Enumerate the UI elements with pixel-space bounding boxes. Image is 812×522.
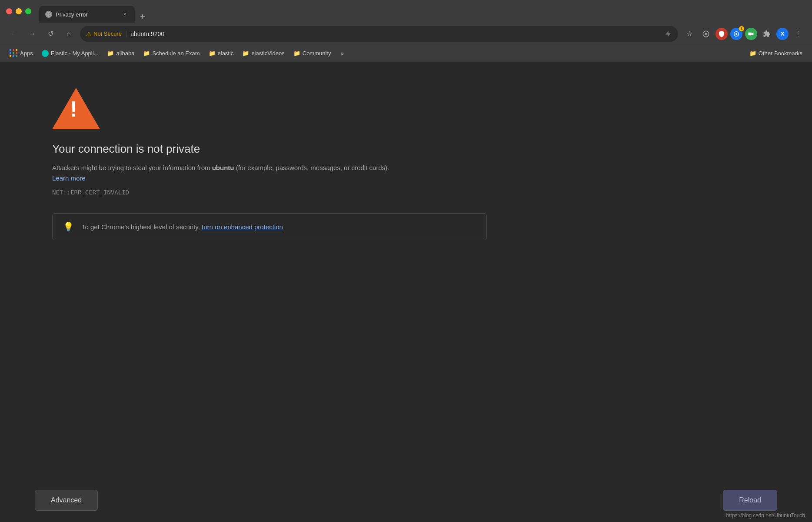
bookmark-community-label: Community — [303, 50, 331, 57]
new-tab-button[interactable]: + — [136, 10, 149, 23]
chrome-sync-icon[interactable] — [699, 27, 713, 41]
bookmark-alibaba-label: alibaba — [116, 50, 134, 57]
star-button[interactable]: ☆ — [682, 27, 696, 41]
forward-button[interactable]: → — [25, 27, 39, 41]
error-code: NET::ERR_CERT_INVALID — [52, 189, 760, 196]
bookmark-apps[interactable]: Apps — [6, 47, 37, 59]
titlebar: Privacy error × + — [0, 0, 812, 23]
folder-icon: 📁 — [749, 50, 756, 57]
error-title: Your connection is not private — [52, 142, 760, 156]
bookmark-elastic-label: Elastic - My Appli... — [51, 50, 99, 57]
error-desc-host: ubuntu — [212, 164, 234, 171]
folder-icon: 📁 — [242, 50, 249, 57]
main-content: Your connection is not private Attackers… — [0, 62, 812, 522]
cursor-icon — [664, 30, 672, 38]
lightbulb-icon: 💡 — [63, 221, 74, 232]
apps-grid-icon — [10, 49, 18, 57]
status-bar-url: https://blog.csdn.net/UbuntuTouch — [726, 512, 805, 519]
profile-button[interactable]: X — [776, 28, 789, 40]
svg-rect-7 — [748, 32, 752, 35]
reload-page-button[interactable]: Reload — [723, 490, 777, 511]
maximize-button[interactable] — [25, 8, 31, 14]
learn-more-link[interactable]: Learn more — [52, 174, 86, 182]
address-bar[interactable]: ⚠ Not Secure | ubuntu:9200 — [80, 26, 678, 42]
folder-icon: 📁 — [107, 50, 114, 57]
home-button[interactable]: ⌂ — [62, 27, 76, 41]
folder-icon: 📁 — [293, 50, 300, 57]
bookmark-elastic-videos[interactable]: 📁 elasticVideos — [239, 48, 288, 58]
nav-icons: ☆ 1 X ⋮ — [682, 27, 805, 41]
folder-icon: 📁 — [209, 50, 216, 57]
security-tip-prefix: To get Chrome's highest level of securit… — [82, 223, 202, 231]
bottom-bar: Advanced Reload — [0, 478, 812, 522]
more-menu-button[interactable]: ⋮ — [791, 27, 805, 41]
warning-triangle-icon — [52, 88, 100, 129]
bookmark-other-label: Other Bookmarks — [759, 50, 802, 57]
extensions-button[interactable] — [760, 27, 774, 41]
security-tip-text: To get Chrome's highest level of securit… — [82, 223, 283, 231]
bookmark-other[interactable]: 📁 Other Bookmarks — [746, 48, 806, 58]
close-button[interactable] — [6, 8, 12, 14]
profile-initial: X — [781, 30, 785, 37]
elastic-favicon — [42, 50, 49, 57]
bookmarks-bar: Apps Elastic - My Appli... 📁 alibaba 📁 S… — [0, 45, 812, 62]
url-divider: | — [125, 30, 127, 38]
reload-button[interactable]: ↺ — [43, 27, 57, 41]
bookmark-apps-label: Apps — [20, 50, 33, 57]
minimize-button[interactable] — [16, 8, 22, 14]
url-text: ubuntu:9200 — [130, 30, 661, 37]
bookmark-schedule-exam[interactable]: 📁 Schedule an Exam — [140, 48, 203, 58]
folder-icon: 📁 — [143, 50, 150, 57]
chrome-extension-icon[interactable]: 1 — [730, 28, 742, 40]
tab-favicon — [45, 11, 52, 18]
error-desc-prefix: Attackers might be trying to steal your … — [52, 164, 212, 171]
not-secure-label: Not Secure — [93, 30, 122, 37]
active-tab[interactable]: Privacy error × — [39, 6, 135, 23]
tab-title: Privacy error — [56, 11, 117, 18]
not-secure-indicator: ⚠ Not Secure — [86, 30, 122, 37]
bookmark-elastic[interactable]: Elastic - My Appli... — [38, 48, 102, 59]
svg-point-4 — [705, 33, 707, 35]
warning-icon: ⚠ — [86, 30, 92, 37]
traffic-lights — [6, 8, 31, 14]
enhanced-protection-link[interactable]: turn on enhanced protection — [202, 223, 283, 231]
back-button[interactable]: ← — [7, 27, 21, 41]
navbar: ← → ↺ ⌂ ⚠ Not Secure | ubuntu:9200 ☆ 1 X — [0, 23, 812, 45]
bookmark-elastic-videos-label: elasticVideos — [251, 50, 284, 57]
bookmark-alibaba[interactable]: 📁 alibaba — [103, 48, 138, 58]
bookmark-elastic-plain-label: elastic — [218, 50, 234, 57]
bookmark-schedule-exam-label: Schedule an Exam — [152, 50, 200, 57]
bookmarks-more-label: » — [341, 50, 344, 57]
security-tip-box: 💡 To get Chrome's highest level of secur… — [52, 213, 487, 240]
bookmark-community[interactable]: 📁 Community — [290, 48, 335, 58]
error-description: Attackers might be trying to steal your … — [52, 163, 400, 184]
shield-extension-icon[interactable] — [715, 28, 728, 40]
bookmarks-more-button[interactable]: » — [337, 48, 347, 58]
tab-close-button[interactable]: × — [121, 10, 129, 18]
svg-point-6 — [735, 33, 737, 35]
error-desc-suffix: (for example, passwords, messages, or cr… — [234, 164, 389, 171]
google-meet-icon[interactable] — [745, 28, 757, 40]
advanced-button[interactable]: Advanced — [35, 490, 98, 511]
tabs-bar: Privacy error × + — [36, 0, 806, 23]
bookmark-elastic-plain[interactable]: 📁 elastic — [205, 48, 237, 58]
